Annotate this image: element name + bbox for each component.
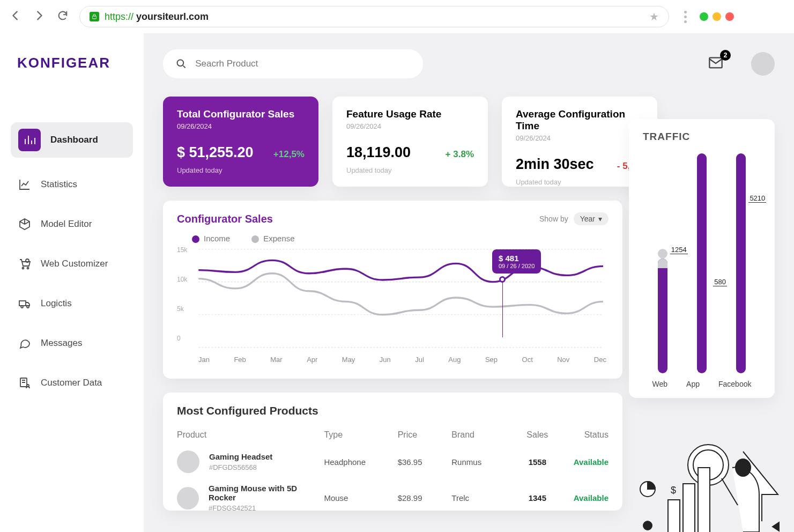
nav-forward-icon[interactable] xyxy=(33,10,45,24)
cube-icon xyxy=(18,218,31,231)
sidebar-item-label: Messages xyxy=(41,338,82,349)
kpi-title: Feature Usage Rate xyxy=(346,108,474,120)
sidebar-item-web-customizer[interactable]: Web Customizer xyxy=(11,251,133,277)
brand-logo: KONFIGEAR xyxy=(17,55,133,71)
traffic-value: 1254 xyxy=(670,246,688,254)
product-name: Gaming Mouse with 5D Rocker xyxy=(209,484,324,502)
kpi-title: Total Configurator Sales xyxy=(177,108,305,120)
kpi-value: $ 51,255.20 xyxy=(177,144,254,161)
svg-rect-18 xyxy=(668,500,680,532)
table-row[interactable]: Gaming Headset #DFGDS56568 Headphone $36… xyxy=(177,450,609,473)
sidebar-item-model-editor[interactable]: Model Editor xyxy=(11,211,133,237)
chart-title: Configurator Sales xyxy=(177,213,273,225)
traffic-bar-web: 1254 xyxy=(658,258,667,373)
sidebar-item-label: Logictis xyxy=(41,298,72,309)
product-sku: #DFGDS56568 xyxy=(209,463,272,471)
chart-cursor xyxy=(502,278,503,337)
sidebar-item-label: Statistics xyxy=(41,179,77,190)
col-status: Status xyxy=(565,430,609,440)
sidebar-item-label: Web Customizer xyxy=(41,258,108,269)
product-brand: Runmus xyxy=(451,457,510,467)
traffic-panel: TRAFFIC 1254 580 5210 xyxy=(629,119,775,398)
kpi-date: 09/26/2024 xyxy=(346,122,474,130)
traffic-bar-app: 580 xyxy=(697,153,707,373)
product-sales: 1558 xyxy=(510,457,565,467)
kpi-updated: Updated today xyxy=(516,178,643,186)
browser-menu-icon[interactable] xyxy=(684,11,687,23)
svg-point-24 xyxy=(736,459,751,476)
document-user-icon xyxy=(18,376,31,389)
col-brand: Brand xyxy=(451,430,510,440)
col-price: Price xyxy=(398,430,452,440)
search-input[interactable] xyxy=(163,49,423,78)
traffic-bar-facebook: 5210 xyxy=(736,153,746,373)
svg-point-1 xyxy=(23,268,24,269)
bookmark-star-icon[interactable]: ★ xyxy=(649,10,659,23)
kpi-feature-usage[interactable]: Feature Usage Rate 09/26/2024 18,119.00 … xyxy=(332,97,488,187)
products-title: Most Configured Products xyxy=(177,404,609,417)
product-status: Available xyxy=(565,457,609,467)
address-bar[interactable]: https:// yoursiteurl.com ★ xyxy=(79,6,669,27)
mail-count-badge: 2 xyxy=(720,50,731,61)
col-product: Product xyxy=(177,430,324,440)
product-sku: #FDSGS42521 xyxy=(209,504,324,512)
table-row[interactable]: Gaming Mouse with 5D Rocker #FDSGS42521 … xyxy=(177,484,609,512)
kpi-date: 09/26/2024 xyxy=(177,122,305,130)
show-by-label: Show by xyxy=(539,215,568,223)
window-maximize-icon[interactable] xyxy=(713,12,721,21)
svg-rect-19 xyxy=(683,484,695,532)
kpi-updated: Updated today xyxy=(177,166,305,174)
svg-point-5 xyxy=(21,306,23,308)
product-thumb xyxy=(177,450,199,473)
search-field[interactable] xyxy=(195,58,410,69)
window-controls[interactable] xyxy=(700,12,734,21)
chat-bubble-icon xyxy=(18,337,31,350)
product-price: $28.99 xyxy=(398,493,452,503)
ssl-lock-icon xyxy=(90,12,99,21)
kpi-value: 18,119.00 xyxy=(346,144,411,161)
mail-button[interactable]: 2 xyxy=(706,55,725,72)
sidebar-item-label: Dashboard xyxy=(50,135,98,145)
nav-back-icon[interactable] xyxy=(10,10,21,24)
chart-tooltip: $ 481 09 / 26 / 2020 xyxy=(492,249,541,274)
kpi-change: +12,5% xyxy=(273,149,305,160)
product-sales: 1345 xyxy=(510,493,565,503)
chart-point-icon xyxy=(499,276,506,283)
svg-point-3 xyxy=(26,259,29,262)
traffic-label: App xyxy=(686,380,700,388)
chart-configurator-sales: Configurator Sales Show by Year ▾ Income… xyxy=(163,201,622,379)
col-type: Type xyxy=(324,430,397,440)
sidebar-item-label: Customer Data xyxy=(41,378,102,388)
kpi-change: + 3.8% xyxy=(446,149,474,160)
window-minimize-icon[interactable] xyxy=(700,12,708,21)
chart-line-icon xyxy=(18,178,31,191)
search-icon xyxy=(176,58,187,70)
svg-rect-4 xyxy=(19,301,26,306)
kpi-updated: Updated today xyxy=(346,166,474,174)
truck-icon xyxy=(18,297,31,310)
svg-point-22 xyxy=(643,521,652,530)
sidebar-item-logistics[interactable]: Logictis xyxy=(11,291,133,316)
svg-point-2 xyxy=(27,268,29,269)
show-by-dropdown[interactable]: Year ▾ xyxy=(574,212,609,225)
avatar[interactable] xyxy=(751,52,775,76)
legend-expense: Expense xyxy=(251,234,294,243)
sidebar-item-customer-data[interactable]: Customer Data xyxy=(11,370,133,396)
svg-point-9 xyxy=(177,60,184,66)
product-thumb xyxy=(177,487,199,509)
sidebar-item-dashboard[interactable]: Dashboard xyxy=(11,122,133,158)
sidebar-item-statistics[interactable]: Statistics xyxy=(11,172,133,197)
kpi-total-sales[interactable]: Total Configurator Sales 09/26/2024 $ 51… xyxy=(163,97,318,187)
kpi-title: Average Configuration Time xyxy=(516,108,643,132)
kpi-value: 2min 30sec xyxy=(516,156,594,173)
kpi-date: 09/26/2024 xyxy=(516,134,643,142)
chart-bar-icon xyxy=(23,134,36,146)
sidebar-item-messages[interactable]: Messages xyxy=(11,330,133,356)
reload-icon[interactable] xyxy=(57,10,69,24)
traffic-value: 5210 xyxy=(748,194,766,203)
product-type: Mouse xyxy=(324,493,397,503)
window-close-icon[interactable] xyxy=(725,12,734,21)
chevron-down-icon: ▾ xyxy=(598,215,602,223)
product-status: Available xyxy=(565,493,609,503)
svg-rect-20 xyxy=(698,468,710,532)
